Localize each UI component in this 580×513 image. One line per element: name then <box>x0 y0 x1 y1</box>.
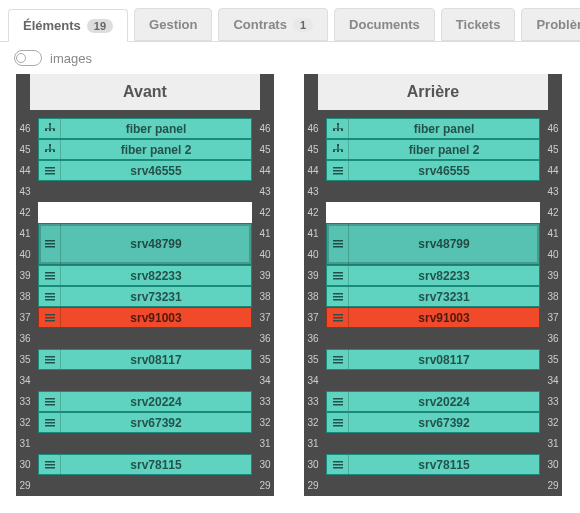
rack-item[interactable]: srv46555 <box>38 160 252 181</box>
unit-number: 33 <box>16 391 34 412</box>
unit-number: 29 <box>304 475 322 496</box>
empty-slot <box>38 202 252 223</box>
unit-number: 34 <box>304 370 322 391</box>
unit-number: 30 <box>16 454 34 475</box>
rack-row: 3131 <box>16 433 274 454</box>
unit-number: 39 <box>304 265 322 286</box>
unit-number: 35 <box>16 349 34 370</box>
unit-number: 44 <box>16 160 34 181</box>
rack-row: 4040 <box>304 244 562 265</box>
svg-rect-49 <box>337 150 339 152</box>
unit-number: 45 <box>544 139 562 160</box>
tab-4[interactable]: Tickets <box>441 8 516 41</box>
svg-rect-72 <box>333 419 343 421</box>
svg-rect-6 <box>49 144 51 146</box>
svg-rect-37 <box>45 464 55 466</box>
server-icon <box>39 455 61 474</box>
svg-rect-36 <box>45 461 55 463</box>
rack-item[interactable]: srv20224 <box>326 391 540 412</box>
rack-row: 41srv4879941 <box>16 223 274 244</box>
empty-slot <box>326 370 540 391</box>
rack-item[interactable]: srv08117 <box>326 349 540 370</box>
unit-number: 39 <box>256 265 274 286</box>
unit-number: 43 <box>544 181 562 202</box>
unit-number: 45 <box>16 139 34 160</box>
unit-number: 45 <box>304 139 322 160</box>
images-label: images <box>50 51 92 66</box>
hierarchy-icon <box>39 140 61 159</box>
server-icon <box>39 161 61 180</box>
rack-row: 45fiber panel 245 <box>16 139 274 160</box>
rack-item[interactable]: srv82233 <box>326 265 540 286</box>
rack-item-label: srv20224 <box>61 395 251 409</box>
unit-number: 31 <box>544 433 562 454</box>
rack-item[interactable]: srv67392 <box>38 412 252 433</box>
rack-row: 3131 <box>304 433 562 454</box>
svg-rect-42 <box>333 129 335 131</box>
rack-item[interactable]: fiber panel 2 <box>38 139 252 160</box>
unit-number: 41 <box>16 223 34 244</box>
svg-rect-22 <box>45 296 55 298</box>
server-icon <box>39 413 61 432</box>
rack-row: 2929 <box>304 475 562 496</box>
rack-item[interactable]: srv78115 <box>38 454 252 475</box>
unit-number: 31 <box>304 433 322 454</box>
rack-item[interactable]: srv91003 <box>326 307 540 328</box>
rack-row: 46fiber panel46 <box>304 118 562 139</box>
server-icon <box>39 266 61 285</box>
unit-number: 38 <box>304 286 322 307</box>
rack-item[interactable]: srv78115 <box>326 454 540 475</box>
tab-label: Tickets <box>456 17 501 32</box>
unit-number: 32 <box>16 412 34 433</box>
rack-item[interactable]: srv46555 <box>326 160 540 181</box>
rack-row: 3636 <box>16 328 274 349</box>
unit-number: 39 <box>544 265 562 286</box>
images-toggle[interactable] <box>14 50 42 66</box>
unit-number: 38 <box>544 286 562 307</box>
unit-number: 37 <box>16 307 34 328</box>
rack-item[interactable]: srv91003 <box>38 307 252 328</box>
rack-row: 44srv4655544 <box>304 160 562 181</box>
rack-row: 4242 <box>304 202 562 223</box>
svg-rect-58 <box>333 275 343 277</box>
rack-item-label: srv73231 <box>61 290 251 304</box>
svg-rect-39 <box>337 123 339 125</box>
rack-item[interactable]: srv73231 <box>38 286 252 307</box>
svg-rect-65 <box>333 320 343 322</box>
unit-number: 36 <box>256 328 274 349</box>
rack-front: Avant46fiber panel4645fiber panel 24544s… <box>16 74 274 496</box>
rack-item[interactable]: srv08117 <box>38 349 252 370</box>
tab-2[interactable]: Contrats1 <box>218 8 328 41</box>
svg-rect-27 <box>45 356 55 358</box>
rack-item[interactable]: fiber panel 2 <box>326 139 540 160</box>
svg-rect-1 <box>49 125 51 128</box>
svg-rect-59 <box>333 278 343 280</box>
unit-number: 36 <box>544 328 562 349</box>
svg-rect-7 <box>49 146 51 149</box>
tab-1[interactable]: Gestion <box>134 8 212 41</box>
tab-label: Contrats <box>233 17 286 32</box>
rack-item[interactable]: srv82233 <box>38 265 252 286</box>
rack-item[interactable]: srv73231 <box>326 286 540 307</box>
svg-rect-24 <box>45 314 55 316</box>
svg-rect-63 <box>333 314 343 316</box>
rack-row: 41srv4879941 <box>304 223 562 244</box>
tab-0[interactable]: Éléments19 <box>8 9 128 42</box>
server-icon <box>327 350 349 369</box>
rack-item[interactable]: srv67392 <box>326 412 540 433</box>
svg-rect-76 <box>333 464 343 466</box>
rack-item-label: srv78115 <box>61 458 251 472</box>
rack-item[interactable]: srv20224 <box>38 391 252 412</box>
rack-item-label: srv78115 <box>349 458 539 472</box>
empty-slot <box>38 328 252 349</box>
rack-row: 44srv4655544 <box>16 160 274 181</box>
server-icon <box>39 308 61 327</box>
unit-number: 42 <box>16 202 34 223</box>
rack-item[interactable]: fiber panel <box>326 118 540 139</box>
svg-rect-26 <box>45 320 55 322</box>
empty-slot <box>326 433 540 454</box>
tab-5[interactable]: Problèmes <box>521 8 580 41</box>
rack-item[interactable]: fiber panel <box>38 118 252 139</box>
unit-number: 45 <box>256 139 274 160</box>
tab-3[interactable]: Documents <box>334 8 435 41</box>
